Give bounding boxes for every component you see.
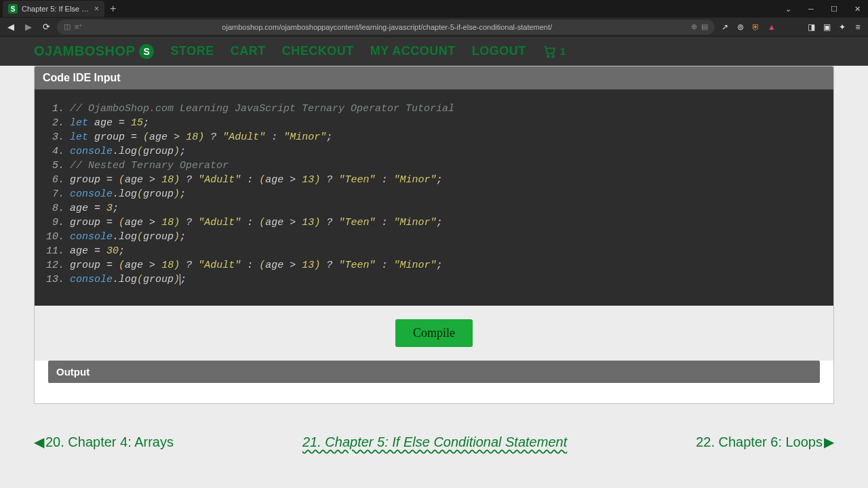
code-line[interactable]: 11.age = 30; [45,244,823,258]
cart-icon [542,44,557,59]
line-number: 10. [45,230,70,244]
browser-toolbar: ◀ ▶ ⟳ ◫ ≡⁺ ojamboshop.com/ojamboshoppayc… [0,18,868,37]
code-line[interactable]: 8.age = 3; [45,201,823,216]
window-titlebar: S Chapter 5: If Else Conditio × + ⌄ ─ ☐ … [0,0,868,18]
line-number: 6. [45,173,70,187]
warning-icon[interactable]: ▲ [766,21,778,33]
sparkle-icon[interactable]: ✦ [836,21,848,33]
site-header: OJAMBOSHOP S STORE CART CHECKOUT MY ACCO… [0,37,868,66]
close-tab-icon[interactable]: × [94,4,99,14]
line-number: 7. [45,187,70,201]
menu-icon[interactable]: ≡ [852,21,864,33]
code-line[interactable]: 6.group = (age > 18) ? "Adult" : (age > … [45,173,823,187]
reload-button[interactable]: ⟳ [39,20,53,34]
line-number: 13. [45,272,70,287]
pager-next-label: 22. Chapter 6: Loops [696,434,823,450]
code-line[interactable]: 12.group = (age > 18) ? "Adult" : (age >… [45,258,823,272]
compile-button[interactable]: Compile [395,319,473,347]
new-tab-button[interactable]: + [104,3,121,15]
close-window-button[interactable]: ✕ [846,1,868,17]
maximize-button[interactable]: ☐ [823,1,845,17]
line-number: 11. [45,244,70,258]
code-line[interactable]: 10.console.log(group); [45,230,823,244]
browser-tab[interactable]: S Chapter 5: If Else Conditio × [3,1,104,17]
arrow-left-icon: ◀ [34,434,44,450]
tab-title: Chapter 5: If Else Conditio [22,5,90,13]
chapter-pager: ◀ 20. Chapter 4: Arrays 21. Chapter 5: I… [0,424,868,460]
zoom-icon[interactable]: ⊕ [691,22,697,31]
output-body [35,383,833,396]
forward-button[interactable]: ▶ [22,20,35,34]
share-icon[interactable]: ↗ [719,21,731,33]
nav-account[interactable]: MY ACCOUNT [370,44,456,58]
output-title: Output [48,361,820,383]
cart-button[interactable]: 1 [542,44,566,59]
code-line[interactable]: 3.let group = (age > 18) ? "Adult" : "Mi… [45,130,823,144]
pager-prev[interactable]: ◀ 20. Chapter 4: Arrays [34,434,174,450]
line-number: 2. [45,116,70,130]
brand-text: OJAMBOSHOP [34,43,135,59]
nav-logout[interactable]: LOGOUT [472,44,526,58]
line-number: 1. [45,102,70,116]
panel-icon[interactable]: ▣ [821,21,833,33]
page-viewport[interactable]: OJAMBOSHOP S STORE CART CHECKOUT MY ACCO… [0,37,868,488]
code-line[interactable]: 2.let age = 15; [45,116,823,130]
rss-icon[interactable]: ⊚ [734,21,747,33]
line-number: 12. [45,258,70,272]
code-ide-title: Code IDE Input [35,66,833,89]
arrow-right-icon: ▶ [824,434,834,450]
line-number: 9. [45,216,70,230]
bookmark-icon[interactable]: ◫ [64,22,71,31]
nav-cart[interactable]: CART [231,44,266,58]
code-line[interactable]: 1.// OjamboShop.com Learning JavaScript … [45,102,823,116]
reader-icon[interactable]: ▤ [701,22,708,31]
site-info-icon[interactable]: ≡⁺ [75,22,83,31]
code-editor[interactable]: 1.// OjamboShop.com Learning JavaScript … [35,89,833,306]
line-number: 8. [45,201,70,216]
toolbar-extensions: ↗ ⊚ ⛨ ▲ ◨ ▣ ✦ ≡ [719,21,864,33]
tab-group: S Chapter 5: If Else Conditio × + [3,0,121,18]
minimize-button[interactable]: ─ [800,1,822,17]
line-number: 3. [45,130,70,144]
pager-next[interactable]: 22. Chapter 6: Loops ▶ [696,434,834,450]
code-line[interactable]: 5.// Nested Ternary Operator [45,159,823,173]
svg-point-1 [552,55,554,57]
cart-count: 1 [560,45,566,57]
code-line[interactable]: 9.group = (age > 18) ? "Adult" : (age > … [45,216,823,230]
output-panel: Output [35,361,833,396]
brand-mark-icon: S [139,44,154,59]
url-text: ojamboshop.com/ojamboshoppaycontent/lear… [87,23,687,31]
back-button[interactable]: ◀ [4,20,18,34]
line-number: 4. [45,144,70,159]
sidebar-icon[interactable]: ◨ [805,21,817,33]
code-line[interactable]: 7.console.log(group); [45,187,823,201]
compile-area: Compile [35,306,833,361]
pager-prev-label: 20. Chapter 4: Arrays [45,434,174,450]
svg-point-0 [547,55,549,57]
chevron-down-icon[interactable]: ⌄ [777,1,799,17]
shield-icon[interactable]: ⛨ [750,21,762,33]
nav-checkout[interactable]: CHECKOUT [282,44,354,58]
nav-store[interactable]: STORE [170,44,214,58]
code-line[interactable]: 4.console.log(group); [45,144,823,159]
favicon-icon: S [8,4,18,14]
code-ide-panel: Code IDE Input 1.// OjamboShop.com Learn… [34,66,834,404]
pager-current[interactable]: 21. Chapter 5: If Else Conditional State… [302,434,567,450]
address-bar[interactable]: ◫ ≡⁺ ojamboshop.com/ojamboshoppaycontent… [57,20,715,35]
code-line[interactable]: 13.console.log(group); [45,272,823,287]
line-number: 5. [45,159,70,173]
brand-logo[interactable]: OJAMBOSHOP S [34,43,154,59]
window-controls: ⌄ ─ ☐ ✕ [777,1,868,17]
